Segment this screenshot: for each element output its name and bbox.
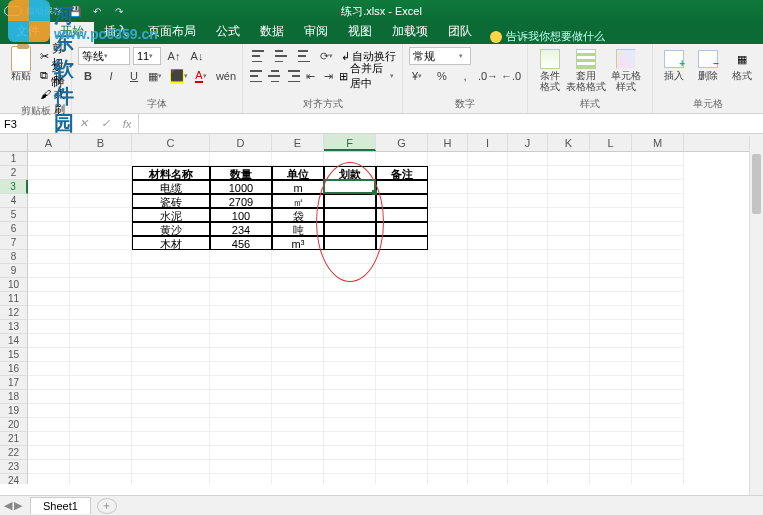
cell-E19[interactable] (272, 404, 324, 418)
row-header-11[interactable]: 11 (0, 292, 28, 306)
cell-J16[interactable] (508, 362, 548, 376)
fx-icon[interactable]: fx (116, 118, 138, 130)
cell-L22[interactable] (590, 446, 632, 460)
cell-A4[interactable] (28, 194, 70, 208)
italic-button[interactable]: I (101, 67, 121, 85)
cell-E22[interactable] (272, 446, 324, 460)
cell-I1[interactable] (468, 152, 508, 166)
cell-L17[interactable] (590, 376, 632, 390)
cell-E12[interactable] (272, 306, 324, 320)
cell-D7[interactable]: 456 (210, 236, 272, 250)
cell-H15[interactable] (428, 348, 468, 362)
cell-L1[interactable] (590, 152, 632, 166)
row-header-22[interactable]: 22 (0, 446, 28, 460)
cell-G14[interactable] (376, 334, 428, 348)
cell-B5[interactable] (70, 208, 132, 222)
cell-B24[interactable] (70, 474, 132, 484)
cell-L14[interactable] (590, 334, 632, 348)
cell-C12[interactable] (132, 306, 210, 320)
cell-A19[interactable] (28, 404, 70, 418)
undo-icon[interactable]: ↶ (88, 2, 106, 20)
cell-J20[interactable] (508, 418, 548, 432)
cell-K4[interactable] (548, 194, 590, 208)
cell-D5[interactable]: 100 (210, 208, 272, 222)
row-header-1[interactable]: 1 (0, 152, 28, 166)
cell-G12[interactable] (376, 306, 428, 320)
tab-file[interactable]: 文件 (6, 19, 50, 44)
cell-D6[interactable]: 234 (210, 222, 272, 236)
cell-G23[interactable] (376, 460, 428, 474)
cell-L11[interactable] (590, 292, 632, 306)
cell-J5[interactable] (508, 208, 548, 222)
column-header-K[interactable]: K (548, 134, 590, 151)
cell-E10[interactable] (272, 278, 324, 292)
cell-M12[interactable] (632, 306, 684, 320)
cell-C18[interactable] (132, 390, 210, 404)
cell-I5[interactable] (468, 208, 508, 222)
cell-C3[interactable]: 电缆 (132, 180, 210, 194)
cell-M14[interactable] (632, 334, 684, 348)
cell-L3[interactable] (590, 180, 632, 194)
cell-J19[interactable] (508, 404, 548, 418)
tab-insert[interactable]: 插入 (94, 19, 138, 44)
accounting-format-button[interactable]: ¥▾ (409, 67, 429, 85)
cell-B3[interactable] (70, 180, 132, 194)
cell-F4[interactable] (324, 194, 376, 208)
cell-B21[interactable] (70, 432, 132, 446)
cell-B8[interactable] (70, 250, 132, 264)
cell-K2[interactable] (548, 166, 590, 180)
cell-E3[interactable]: m (272, 180, 324, 194)
column-header-A[interactable]: A (28, 134, 70, 151)
row-header-3[interactable]: 3 (0, 180, 28, 194)
redo-icon[interactable]: ↷ (110, 2, 128, 20)
cell-H13[interactable] (428, 320, 468, 334)
column-header-L[interactable]: L (590, 134, 632, 151)
cell-B12[interactable] (70, 306, 132, 320)
cell-B16[interactable] (70, 362, 132, 376)
cell-H18[interactable] (428, 390, 468, 404)
cell-H2[interactable] (428, 166, 468, 180)
cell-F5[interactable] (324, 208, 376, 222)
cell-A17[interactable] (28, 376, 70, 390)
cell-J3[interactable] (508, 180, 548, 194)
cell-M4[interactable] (632, 194, 684, 208)
cell-E6[interactable]: 吨 (272, 222, 324, 236)
column-header-J[interactable]: J (508, 134, 548, 151)
cell-C4[interactable]: 瓷砖 (132, 194, 210, 208)
add-sheet-button[interactable]: ＋ (97, 498, 117, 514)
cell-M6[interactable] (632, 222, 684, 236)
cell-D2[interactable]: 数量 (210, 166, 272, 180)
cell-B9[interactable] (70, 264, 132, 278)
cell-D16[interactable] (210, 362, 272, 376)
cell-H7[interactable] (428, 236, 468, 250)
cell-E17[interactable] (272, 376, 324, 390)
tab-team[interactable]: 团队 (438, 19, 482, 44)
tab-view[interactable]: 视图 (338, 19, 382, 44)
row-header-24[interactable]: 24 (0, 474, 28, 484)
cell-A12[interactable] (28, 306, 70, 320)
enter-formula-icon[interactable]: ✓ (94, 117, 116, 130)
underline-button[interactable]: U (124, 67, 144, 85)
font-color-button[interactable]: A▾ (193, 67, 213, 85)
format-painter-button[interactable]: 🖌格式刷 (40, 85, 65, 103)
cell-J15[interactable] (508, 348, 548, 362)
cell-B11[interactable] (70, 292, 132, 306)
cell-E21[interactable] (272, 432, 324, 446)
cell-A5[interactable] (28, 208, 70, 222)
orientation-button[interactable]: ⟳▾ (318, 47, 338, 65)
cell-M19[interactable] (632, 404, 684, 418)
cell-G8[interactable] (376, 250, 428, 264)
cell-K15[interactable] (548, 348, 590, 362)
cell-D14[interactable] (210, 334, 272, 348)
cell-K14[interactable] (548, 334, 590, 348)
cell-J17[interactable] (508, 376, 548, 390)
cell-K16[interactable] (548, 362, 590, 376)
cell-M10[interactable] (632, 278, 684, 292)
cell-L15[interactable] (590, 348, 632, 362)
cell-B22[interactable] (70, 446, 132, 460)
cell-E23[interactable] (272, 460, 324, 474)
conditional-formatting-button[interactable]: 条件格式 (534, 47, 566, 94)
format-cells-button[interactable]: ▦格式 (727, 47, 757, 83)
row-header-14[interactable]: 14 (0, 334, 28, 348)
cell-E4[interactable]: ㎡ (272, 194, 324, 208)
